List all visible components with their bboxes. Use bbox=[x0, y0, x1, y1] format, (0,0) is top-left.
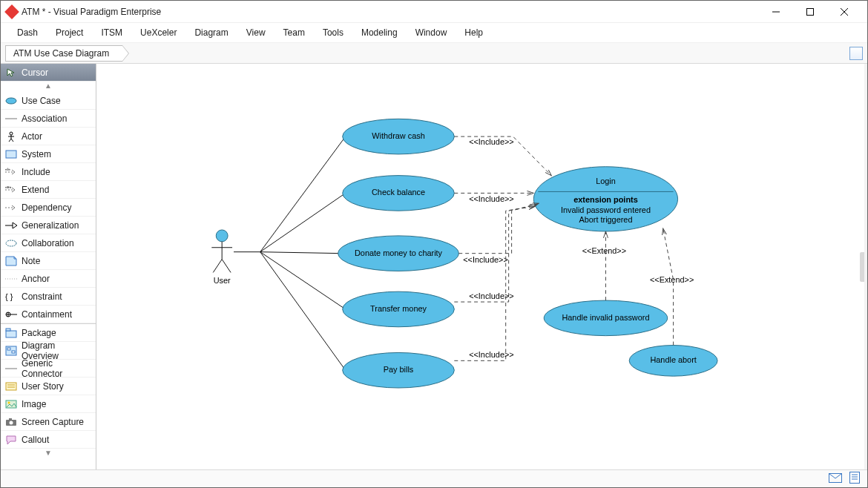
note-icon[interactable] bbox=[849, 472, 860, 486]
svg-line-11 bbox=[11, 139, 13, 142]
svg-line-51 bbox=[260, 252, 346, 371]
palette-label: Containment bbox=[22, 309, 72, 320]
svg-rect-30 bbox=[7, 348, 10, 350]
menu-dash[interactable]: Dash bbox=[17, 27, 38, 38]
menu-team[interactable]: Team bbox=[283, 27, 305, 38]
usecase-withdraw[interactable]: Withdraw cash bbox=[343, 119, 455, 154]
menu-project[interactable]: Project bbox=[56, 27, 83, 38]
palette-actor[interactable]: Actor bbox=[1, 128, 96, 145]
actor-label: User bbox=[214, 276, 231, 285]
palette-label: Association bbox=[22, 113, 67, 124]
svg-text:<<Include>>: <<Include>> bbox=[469, 194, 514, 203]
svg-text:Handle invalid password: Handle invalid password bbox=[562, 313, 649, 322]
palette-collapse-down-icon[interactable]: ▼ bbox=[1, 449, 96, 459]
palette-package[interactable]: Package bbox=[1, 324, 96, 342]
svg-text:Donate money to charity: Donate money to charity bbox=[355, 248, 443, 257]
svg-rect-33 bbox=[6, 383, 16, 390]
palette-label: System bbox=[22, 149, 51, 159]
usecase-donate[interactable]: Donate money to charity bbox=[338, 236, 459, 271]
mail-icon[interactable] bbox=[829, 473, 842, 485]
menu-tools[interactable]: Tools bbox=[323, 27, 343, 38]
containment-icon bbox=[5, 309, 17, 320]
svg-rect-27 bbox=[6, 331, 16, 337]
menu-diagram[interactable]: Diagram bbox=[194, 27, 228, 38]
palette-label: Generic Connector bbox=[22, 358, 91, 379]
palette-collapse-up-icon[interactable]: ▲ bbox=[1, 82, 96, 92]
include-icon: «i» bbox=[5, 167, 17, 177]
svg-text:«e»: «e» bbox=[5, 185, 12, 189]
user-story-icon bbox=[5, 381, 17, 392]
generalization-icon bbox=[5, 220, 17, 231]
palette-label: Note bbox=[22, 256, 40, 266]
palette-callout[interactable]: Callout bbox=[1, 431, 96, 449]
palette-constraint[interactable]: { }Constraint bbox=[1, 288, 96, 306]
palette-label: User Story bbox=[22, 381, 64, 392]
toolbar-settings-icon[interactable] bbox=[849, 47, 863, 60]
palette-generalization[interactable]: Generalization bbox=[1, 217, 96, 234]
usecase-handle-invalid-password[interactable]: Handle invalid password bbox=[544, 300, 667, 336]
svg-line-44 bbox=[213, 260, 222, 273]
palette-screen-capture[interactable]: Screen Capture bbox=[1, 413, 96, 431]
palette-label: Package bbox=[22, 328, 56, 338]
palette-containment[interactable]: Containment bbox=[1, 306, 96, 323]
close-button[interactable] bbox=[827, 1, 861, 23]
palette-label: Collaboration bbox=[22, 238, 74, 248]
palette-user-story[interactable]: User Story bbox=[1, 377, 96, 395]
breadcrumb[interactable]: ATM Use Case Diagram bbox=[5, 45, 122, 62]
palette-label: Actor bbox=[22, 131, 42, 142]
dependency-icon bbox=[5, 202, 17, 213]
palette-cursor[interactable]: Cursor bbox=[1, 64, 96, 82]
camera-icon bbox=[5, 417, 17, 427]
menu-window[interactable]: Window bbox=[415, 27, 447, 38]
usecase-check-balance[interactable]: Check balance bbox=[343, 176, 455, 211]
svg-point-20 bbox=[6, 240, 16, 246]
svg-text:Transfer money: Transfer money bbox=[370, 304, 427, 313]
usecase-login[interactable]: Login extension points Invalid password … bbox=[533, 167, 677, 231]
palette-label: Callout bbox=[22, 435, 49, 445]
palette-label: Anchor bbox=[22, 274, 50, 284]
svg-text:Login: Login bbox=[596, 177, 616, 185]
svg-rect-12 bbox=[6, 151, 16, 158]
menu-help[interactable]: Help bbox=[464, 27, 483, 38]
palette-dependency[interactable]: Dependency bbox=[1, 199, 96, 217]
palette-anchor[interactable]: Anchor bbox=[1, 270, 96, 288]
actor-user[interactable]: User bbox=[211, 230, 232, 285]
maximize-button[interactable] bbox=[793, 1, 827, 23]
minimize-button[interactable] bbox=[759, 1, 793, 23]
anchor-icon bbox=[5, 274, 17, 284]
menu-itsm[interactable]: ITSM bbox=[101, 27, 122, 38]
extend-icon: «e» bbox=[5, 185, 17, 195]
palette-association[interactable]: Association bbox=[1, 110, 96, 128]
usecase-icon bbox=[5, 96, 17, 106]
palette-generic-connector[interactable]: Generic Connector bbox=[1, 360, 96, 377]
diagram-canvas[interactable]: User Withdraw cash bbox=[96, 64, 867, 469]
palette-image[interactable]: Image bbox=[1, 395, 96, 413]
usecase-transfer[interactable]: Transfer money bbox=[343, 291, 455, 327]
palette-include[interactable]: «i»Include bbox=[1, 163, 96, 181]
title-bar: ATM * - Visual Paradigm Enterprise bbox=[1, 1, 867, 23]
svg-point-41 bbox=[216, 230, 228, 242]
svg-text:Check balance: Check balance bbox=[372, 188, 425, 197]
palette-label: Screen Capture bbox=[22, 417, 84, 427]
svg-text:<<Include>>: <<Include>> bbox=[463, 255, 508, 264]
menu-view[interactable]: View bbox=[246, 27, 266, 38]
palette-use-case[interactable]: Use Case bbox=[1, 92, 96, 110]
svg-point-7 bbox=[10, 132, 13, 135]
tool-palette: Cursor ▲ Use CaseAssociationActorSystem«… bbox=[1, 64, 96, 469]
menu-modeling[interactable]: Modeling bbox=[361, 27, 398, 38]
usecase-handle-abort[interactable]: Handle abort bbox=[629, 346, 717, 377]
palette-collaboration[interactable]: Collaboration bbox=[1, 234, 96, 252]
palette-diagram-overview[interactable]: Diagram Overview bbox=[1, 342, 96, 360]
usecase-pay-bills[interactable]: Pay bills bbox=[343, 352, 455, 388]
constraint-icon: { } bbox=[5, 291, 17, 302]
svg-line-48 bbox=[260, 193, 346, 251]
palette-extend[interactable]: «e»Extend bbox=[1, 181, 96, 199]
system-icon bbox=[5, 149, 17, 159]
menu-uexceler[interactable]: UeXceler bbox=[140, 27, 177, 38]
svg-rect-1 bbox=[807, 8, 814, 15]
palette-system[interactable]: System bbox=[1, 145, 96, 163]
side-panel-handle[interactable] bbox=[860, 252, 864, 282]
svg-text:<<Extend>>: <<Extend>> bbox=[582, 246, 626, 255]
line-icon bbox=[5, 113, 17, 124]
palette-note[interactable]: Note bbox=[1, 252, 96, 270]
